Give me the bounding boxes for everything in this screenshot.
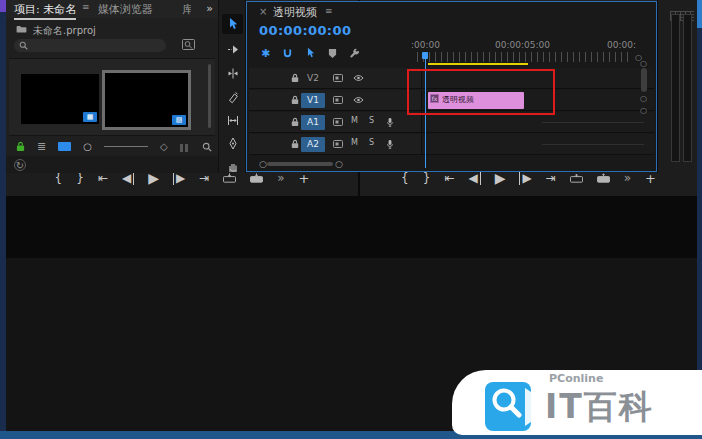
readonly-lock-icon[interactable]	[16, 141, 25, 152]
ruler-label-0: :00:00	[411, 40, 440, 50]
extract-button[interactable]	[597, 173, 610, 183]
timeline-close-icon[interactable]: ×	[259, 6, 267, 17]
tab-media-browser[interactable]: 媒体浏览器	[98, 2, 153, 17]
vscroll-handle-top[interactable]: ○	[640, 59, 647, 68]
snap-magnet-icon[interactable]	[282, 48, 293, 59]
track-output-eye-icon[interactable]	[353, 74, 364, 82]
timeline-ruler[interactable]	[417, 52, 633, 62]
timeline-toolbar: ✱	[261, 46, 360, 60]
audio-meter-left	[671, 14, 680, 162]
track-target-v2[interactable]: V2	[301, 71, 325, 86]
insert-as-nest-icon[interactable]: ✱	[261, 47, 270, 60]
goto-in-button[interactable]: ⇤	[444, 171, 454, 185]
ruler-label-1: 00:00:05:00	[495, 40, 550, 50]
search-input[interactable]	[14, 39, 166, 52]
selection-tool[interactable]	[222, 14, 243, 34]
add-marker-icon[interactable]	[328, 48, 337, 59]
zoom-slider-track[interactable]	[104, 146, 148, 147]
hscroll-handle-left[interactable]: ○	[259, 159, 267, 169]
project-scrollbar[interactable]	[208, 64, 211, 128]
solo-button[interactable]: S	[369, 116, 374, 125]
hand-tool[interactable]	[222, 156, 243, 176]
step-forward-button[interactable]: ▶	[173, 171, 185, 185]
lift-button[interactable]	[570, 173, 583, 183]
search-icon	[19, 41, 28, 50]
track-lock-icon[interactable]	[291, 95, 299, 105]
find-icon[interactable]	[202, 142, 212, 152]
track-content-a2[interactable]	[421, 134, 654, 154]
vscroll-track[interactable]	[641, 68, 647, 92]
automate-to-sequence-icon[interactable]: ◇	[160, 141, 168, 152]
hscroll-track[interactable]	[267, 162, 333, 166]
ripple-edit-tool[interactable]	[222, 63, 243, 83]
ruler-label-2: 00:00:	[607, 40, 636, 50]
sync-status-icon[interactable]: ↻	[14, 159, 26, 171]
transport-more-button[interactable]: »	[277, 171, 284, 185]
list-view-icon[interactable]: ≣	[37, 140, 46, 153]
project-panel-menu-icon[interactable]: ≡	[82, 2, 90, 12]
mark-out-button[interactable]: }	[76, 171, 84, 185]
track-output-eye-icon[interactable]	[353, 96, 364, 104]
goto-in-button[interactable]: ⇤	[98, 171, 108, 185]
step-forward-button[interactable]: ▶	[519, 171, 531, 185]
pen-tool[interactable]	[222, 133, 243, 153]
audio-meter-right	[683, 14, 692, 162]
button-editor-button[interactable]: +	[645, 171, 656, 186]
vscroll-handle-mid[interactable]: ○	[640, 94, 647, 103]
button-editor-button[interactable]: +	[299, 171, 310, 186]
sync-lock-icon[interactable]	[333, 74, 343, 82]
linked-selection-icon[interactable]	[305, 47, 316, 59]
track-content-a1[interactable]	[421, 112, 654, 132]
mute-button[interactable]: M	[351, 138, 358, 147]
transparent-video-badge-icon: ▨	[172, 115, 186, 125]
track-target-a2[interactable]: A2	[301, 137, 325, 152]
track-target-a1[interactable]: A1	[301, 115, 325, 130]
timeline-panel-menu-icon[interactable]: ≡	[325, 6, 333, 16]
track-select-forward-tool[interactable]	[222, 39, 243, 59]
work-area-bar[interactable]	[428, 63, 528, 65]
razor-tool[interactable]	[222, 87, 243, 107]
icon-view-icon[interactable]	[58, 142, 71, 151]
transport-more-button[interactable]: »	[624, 171, 631, 185]
mark-out-button[interactable]: }	[423, 171, 431, 185]
sync-lock-icon[interactable]	[333, 118, 343, 126]
slip-tool[interactable]	[222, 110, 243, 130]
project-item-thumbnail[interactable]: ▦	[21, 74, 99, 124]
track-lock-icon[interactable]	[291, 73, 299, 83]
project-bin-contents: ▦ ▨	[9, 58, 215, 136]
new-bin-icon[interactable]	[180, 137, 190, 156]
hscroll-handle-right[interactable]: ○	[335, 159, 343, 169]
sync-lock-icon[interactable]	[333, 96, 343, 104]
tab-libraries[interactable]: 库	[182, 2, 191, 17]
zoom-slider-handle[interactable]: ○	[83, 141, 92, 152]
track-lock-icon[interactable]	[291, 139, 299, 149]
timeline-tab[interactable]: 透明视频	[273, 5, 317, 20]
step-back-button[interactable]: ◀	[468, 171, 480, 185]
project-panel-header: 项目: 未命名 ≡ 媒体浏览器 库 »	[6, 0, 218, 18]
project-item-thumbnail-selected[interactable]: ▨	[102, 70, 191, 130]
vscroll-handle-bottom[interactable]: ○	[640, 106, 647, 115]
mute-button[interactable]: M	[351, 116, 358, 125]
track-lock-icon[interactable]	[291, 117, 299, 127]
watermark-logo-text: IT百科	[545, 385, 654, 430]
track-target-v1[interactable]: V1	[301, 93, 325, 108]
goto-out-button[interactable]: ⇥	[199, 171, 209, 185]
voiceover-mic-icon[interactable]	[386, 139, 394, 150]
play-button[interactable]: ▶	[495, 170, 506, 186]
project-panel-overflow[interactable]: »	[206, 2, 213, 15]
solo-button[interactable]: S	[369, 138, 374, 147]
project-file-name[interactable]: 未命名.prproj	[33, 24, 96, 38]
project-status-bar: ↻	[6, 156, 218, 173]
mark-in-button[interactable]: {	[55, 171, 63, 185]
tab-project[interactable]: 项目: 未命名	[14, 2, 76, 20]
goto-out-button[interactable]: ⇥	[546, 171, 556, 185]
timeline-settings-wrench-icon[interactable]	[349, 48, 360, 59]
sync-lock-icon[interactable]	[333, 140, 343, 148]
voiceover-mic-icon[interactable]	[386, 117, 394, 128]
overwrite-button[interactable]	[250, 173, 263, 183]
step-back-button[interactable]: ◀	[122, 171, 134, 185]
find-bin-icon[interactable]	[182, 39, 195, 50]
mark-in-button[interactable]: {	[401, 171, 409, 185]
project-folder-icon	[16, 25, 27, 33]
timeline-timecode[interactable]: 00:00:00:00	[259, 23, 351, 38]
